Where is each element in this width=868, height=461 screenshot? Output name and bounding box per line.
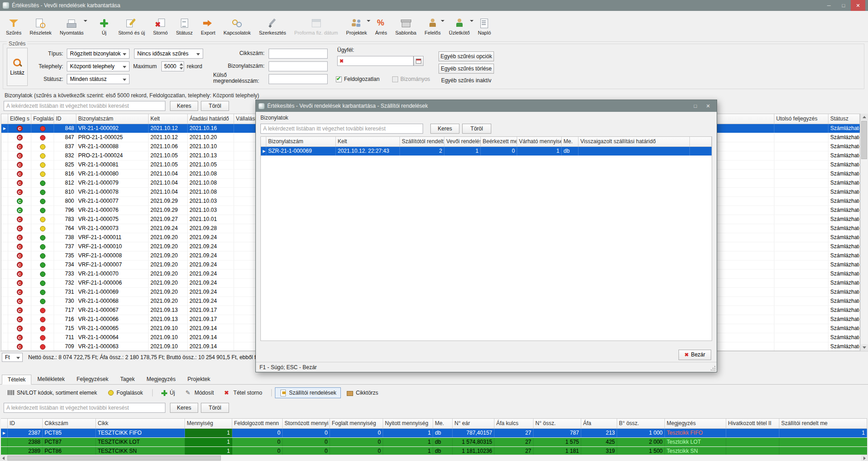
item-number-input[interactable] <box>269 49 328 59</box>
col-vat[interactable]: Áfa <box>581 419 617 429</box>
dropdown-caret-icon[interactable] <box>84 20 87 22</box>
spinner-down-icon[interactable] <box>180 67 183 70</box>
items-toolbar-button[interactable]: Tétel storno <box>219 387 267 398</box>
toolbar-button[interactable]: Stornó <box>149 13 172 40</box>
col-itemnumber[interactable]: Cikkszám <box>43 419 96 429</box>
tab[interactable]: Mellékletek <box>31 374 70 384</box>
col-expected[interactable]: Várható mennyise <box>517 137 562 147</box>
col-date[interactable]: Kelt <box>336 137 400 147</box>
dropdown-caret-icon[interactable] <box>470 20 474 22</box>
minimize-button[interactable]: ─ <box>822 0 836 11</box>
tab[interactable]: Tételek <box>2 375 31 385</box>
dialog-search-input[interactable] <box>260 124 423 134</box>
status-select[interactable]: Minden státusz <box>67 74 130 84</box>
toolbar-button[interactable]: Export <box>197 13 219 40</box>
other-filter-clear-button[interactable]: Egyéb szűrés törlése <box>439 64 494 74</box>
spinner-up-icon[interactable] <box>180 63 183 65</box>
dialog-close-button[interactable]: ✕ <box>702 101 714 110</box>
currency-select[interactable]: Ft <box>2 353 23 362</box>
close-button[interactable]: ✕ <box>851 0 865 11</box>
col-ordered-from-supplier[interactable]: Szállítótól rendelt <box>400 137 444 147</box>
toolbar-button[interactable]: Nyomtatás <box>56 13 88 40</box>
external-order-input[interactable] <box>269 74 328 84</box>
tab[interactable]: Feljegyzések <box>70 374 114 384</box>
col-unit[interactable]: Me. <box>562 137 579 147</box>
clear-customer-icon[interactable] <box>339 58 344 64</box>
items-toolbar-button[interactable]: Módosít <box>180 387 219 398</box>
dialog-search-button[interactable]: Keres <box>430 124 459 134</box>
consignment-checkbox[interactable]: Bizományos <box>392 76 430 82</box>
vertical-scroll-thumb[interactable] <box>861 121 867 159</box>
item-row[interactable]: 2389 PCT86 TESZTCIKK SN 1 0 0 0 1 db 1 1… <box>1 447 867 455</box>
col-vatrate[interactable]: Áfa kulcs <box>494 419 534 429</box>
customer-picker-button[interactable] <box>414 56 424 66</box>
items-search-button[interactable]: Keres <box>170 403 198 413</box>
toolbar-button[interactable]: Kapcsolatok <box>219 13 255 40</box>
dialog-clear-button[interactable]: Töröl <box>462 124 491 134</box>
supplier-order-row[interactable]: SZR-21-1-000069 2021.10.12. 22:27:43 2 1… <box>261 147 712 156</box>
toolbar-button[interactable]: Proforma fiz. dátum <box>290 13 342 40</box>
items-toolbar-button[interactable]: Foglalások <box>103 387 148 398</box>
dropdown-caret-icon[interactable] <box>367 20 370 22</box>
period-select[interactable]: Nincs időszak szűrés <box>134 49 203 59</box>
documents-clear-button[interactable]: Töröl <box>201 101 229 111</box>
items-toolbar-button[interactable]: SN/LOT kódok, sortiment elemek <box>3 387 102 398</box>
col-date[interactable]: Kelt <box>149 114 188 124</box>
tab[interactable]: Projektek <box>181 374 216 384</box>
scroll-right-icon[interactable] <box>861 455 868 461</box>
col-grosstotal[interactable]: B° össz. <box>617 419 665 429</box>
col-status[interactable]: Státusz <box>828 114 860 124</box>
items-search-input[interactable] <box>4 403 165 413</box>
toolbar-button[interactable]: Projektek <box>342 13 371 40</box>
items-clear-button[interactable]: Töröl <box>201 403 229 413</box>
col-reserved[interactable]: Foglalt mennyiség <box>330 419 383 429</box>
site-select[interactable]: Központi telephely <box>67 61 130 71</box>
toolbar-button[interactable]: Napló <box>474 13 495 40</box>
col-advance[interactable]: Előleg s <box>8 114 31 124</box>
item-row[interactable]: 2388 PCT87 TESZTCIKK LOT 1 0 0 0 1 db 1 … <box>1 438 867 447</box>
toolbar-button[interactable]: Új <box>94 13 114 40</box>
max-records-spinner[interactable] <box>161 61 184 71</box>
document-number-input[interactable] <box>269 61 328 71</box>
col-docnumber[interactable]: Bizonylatszám <box>266 137 336 147</box>
scroll-up-icon[interactable] <box>861 114 868 120</box>
resize-grip[interactable] <box>710 366 716 371</box>
toolbar-button[interactable]: Szűrés <box>2 13 25 40</box>
maximize-button[interactable]: □ <box>836 0 851 11</box>
list-button[interactable]: Listáz <box>7 48 28 86</box>
col-docnumber[interactable]: Bizonylatszám <box>76 114 149 124</box>
col-quantity[interactable]: Mennyiség <box>185 419 232 429</box>
col-customer-order[interactable]: Vevői rendelés té <box>444 137 481 147</box>
items-toolbar-button[interactable]: Szállítói rendelések <box>275 387 341 398</box>
items-toolbar-button[interactable]: Új <box>156 387 180 398</box>
type-select[interactable]: Rögzített bizonylatok <box>67 49 130 59</box>
col-id[interactable]: ID <box>8 419 43 429</box>
tab[interactable]: Tagek <box>114 374 140 384</box>
unprocessed-checkbox[interactable]: Feldolgozatlan <box>336 76 379 82</box>
dropdown-caret-icon[interactable] <box>441 20 444 22</box>
other-filter-options-button[interactable]: Egyéb szűrési opciók <box>439 51 494 61</box>
tab[interactable]: Megjegyzés <box>140 374 181 384</box>
horizontal-scroll-thumb[interactable] <box>7 456 221 461</box>
close-dialog-button[interactable]: Bezár <box>678 350 711 360</box>
col-id[interactable]: ID <box>54 114 76 124</box>
toolbar-button[interactable]: Részletek <box>25 13 55 40</box>
toolbar-button[interactable]: Szerkesztés <box>255 13 290 40</box>
dialog-maximize-button[interactable]: □ <box>689 101 701 110</box>
col-cancelled[interactable]: Stornózott mennyi <box>283 419 330 429</box>
toolbar-button[interactable]: Felelős <box>420 13 444 40</box>
col-handover[interactable]: Átadási határidő <box>188 114 234 124</box>
customer-field[interactable] <box>337 56 414 66</box>
col-nettotal[interactable]: N° össz. <box>534 419 581 429</box>
col-netprice[interactable]: N° eár <box>453 419 494 429</box>
scroll-left-icon[interactable] <box>0 455 7 461</box>
items-toolbar-button[interactable]: Cikktörzs <box>342 387 383 398</box>
documents-search-button[interactable]: Keres <box>170 101 198 111</box>
toolbar-button[interactable]: Árrés <box>371 13 391 40</box>
col-confirmed-delivery[interactable]: Visszaigazolt szállítási határidő <box>579 137 690 147</box>
toolbar-button[interactable]: Sablonba <box>391 13 421 40</box>
dialog-titlebar[interactable]: Értékesítés - Vevői rendelések karbantar… <box>256 100 717 112</box>
scroll-down-icon[interactable] <box>861 344 868 351</box>
col-received[interactable]: Beérkezett menn <box>481 137 517 147</box>
col-note[interactable]: Megjegyzés <box>665 419 726 429</box>
